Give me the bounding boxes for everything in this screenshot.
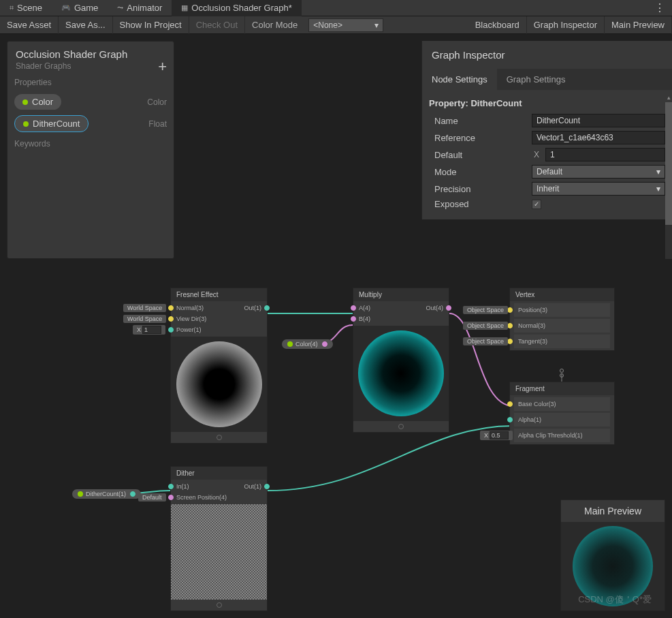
blackboard-toggle[interactable]: Blackboard xyxy=(468,16,527,34)
mode-label: Mode xyxy=(429,167,528,177)
collapse-toggle[interactable] xyxy=(398,424,404,429)
node-fresnel[interactable]: Fresnel Effect Normal(3) World Space Out… xyxy=(170,288,268,444)
collapse-toggle[interactable] xyxy=(217,435,222,440)
toolbar: Save Asset Save As... Show In Project Ch… xyxy=(0,16,672,34)
link-handle[interactable] xyxy=(559,368,564,379)
property-dithercount[interactable]: DitherCount xyxy=(14,115,89,132)
node-preview xyxy=(171,504,267,600)
node-title: Multiply xyxy=(353,288,449,301)
node-title: Dither xyxy=(171,467,267,480)
tab-animator[interactable]: ⤳Animator xyxy=(108,0,172,16)
inspector-title: Graph Inspector xyxy=(422,41,672,69)
tag-object-space[interactable]: Object Space xyxy=(463,337,508,345)
save-as-button[interactable]: Save As... xyxy=(59,16,113,34)
graph-inspector-toggle[interactable]: Graph Inspector xyxy=(527,16,605,34)
property-color[interactable]: Color xyxy=(14,94,61,110)
port-in[interactable] xyxy=(168,305,174,311)
tag-world-space[interactable]: World Space xyxy=(123,304,166,312)
property-dot-icon xyxy=(23,121,29,127)
main-preview-toggle[interactable]: Main Preview xyxy=(605,16,672,34)
property-type: Color xyxy=(147,97,167,107)
tag-default[interactable]: Default xyxy=(138,493,166,501)
blackboard-title: Occlusion Shader Graph xyxy=(16,48,165,60)
port-out[interactable] xyxy=(130,491,135,497)
name-field[interactable] xyxy=(532,114,665,127)
node-title: Fragment xyxy=(510,382,614,395)
power-x-field[interactable]: X xyxy=(133,325,165,335)
property-node-dithercount[interactable]: DitherCount(1) xyxy=(72,489,141,499)
editor-tabs: ⌗Scene 🎮Game ⤳Animator ▦Occlusion Shader… xyxy=(0,0,672,16)
exposed-label: Exposed xyxy=(429,199,528,209)
tab-game[interactable]: 🎮Game xyxy=(52,0,108,16)
exposed-checkbox[interactable]: ✓ xyxy=(532,200,541,209)
property-node-color[interactable]: Color(4) xyxy=(282,339,333,349)
reference-label: Reference xyxy=(429,133,528,143)
animator-icon: ⤳ xyxy=(117,3,123,12)
chevron-down-icon: ▾ xyxy=(656,167,660,176)
tag-object-space[interactable]: Object Space xyxy=(463,306,508,314)
property-dot-icon xyxy=(78,491,83,497)
tab-menu-icon[interactable]: ⋮ xyxy=(647,1,672,14)
main-preview-title: Main Preview xyxy=(561,500,665,522)
port-out[interactable] xyxy=(446,305,451,311)
port-in[interactable] xyxy=(507,417,513,422)
node-preview xyxy=(171,337,267,432)
properties-section: Properties xyxy=(7,74,174,91)
node-dither[interactable]: Dither In(1) Out(1) Screen Position(4) D… xyxy=(170,466,268,611)
scrollbar-thumb[interactable] xyxy=(665,102,672,225)
port-out[interactable] xyxy=(322,341,327,347)
node-title: Fresnel Effect xyxy=(171,288,267,301)
color-mode-label: Color Mode xyxy=(245,16,304,34)
port-in[interactable] xyxy=(507,323,513,328)
port-in[interactable] xyxy=(168,484,174,489)
x-label: X xyxy=(532,150,541,159)
scene-icon: ⌗ xyxy=(10,3,14,12)
node-title: Vertex xyxy=(510,288,614,301)
block-vertex[interactable]: Vertex Position(3)Object Space Normal(3)… xyxy=(509,288,615,351)
port-in[interactable] xyxy=(168,316,174,322)
default-x-field[interactable] xyxy=(545,148,665,161)
tag-object-space[interactable]: Object Space xyxy=(463,322,508,330)
property-dot-icon xyxy=(22,99,28,105)
property-header: Property: DitherCount xyxy=(429,98,665,108)
tab-node-settings[interactable]: Node Settings xyxy=(422,69,497,90)
collapse-toggle[interactable] xyxy=(217,602,222,608)
graph-canvas[interactable]: Occlusion Shader Graph Shader Graphs + P… xyxy=(0,34,672,618)
clip-x-field[interactable]: X xyxy=(480,431,513,440)
port-in[interactable] xyxy=(168,495,174,500)
inspector-scrollbar[interactable] xyxy=(665,102,672,259)
port-out[interactable] xyxy=(264,484,270,489)
save-asset-button[interactable]: Save Asset xyxy=(0,16,59,34)
tab-shader-graph[interactable]: ▦Occlusion Shader Graph* xyxy=(172,0,301,16)
tag-world-space[interactable]: World Space xyxy=(123,315,166,323)
property-type: Float xyxy=(148,119,167,129)
precision-label: Precision xyxy=(429,184,528,194)
tab-scene[interactable]: ⌗Scene xyxy=(0,0,52,16)
precision-select[interactable]: Inherit▾ xyxy=(532,182,665,196)
color-mode-select[interactable]: <None>▾ xyxy=(308,18,383,32)
game-icon: 🎮 xyxy=(61,3,71,12)
graph-inspector-panel[interactable]: Graph Inspector Node Settings Graph Sett… xyxy=(421,41,672,219)
blackboard-panel[interactable]: Occlusion Shader Graph Shader Graphs + P… xyxy=(7,41,174,259)
node-preview xyxy=(353,326,449,421)
main-preview-panel[interactable]: Main Preview xyxy=(560,499,665,611)
port-in[interactable] xyxy=(507,339,513,344)
add-property-button[interactable]: + xyxy=(158,58,167,76)
port-in[interactable] xyxy=(168,327,174,333)
keywords-section: Keywords xyxy=(7,135,174,153)
port-in[interactable] xyxy=(507,401,513,407)
tab-graph-settings[interactable]: Graph Settings xyxy=(497,69,575,90)
block-fragment[interactable]: Fragment Base Color(3) Alpha(1) Alpha Cl… xyxy=(509,382,615,445)
property-dot-icon xyxy=(287,341,293,347)
mode-select[interactable]: Default▾ xyxy=(532,165,665,179)
chevron-down-icon: ▾ xyxy=(656,184,660,194)
show-in-project-button[interactable]: Show In Project xyxy=(113,16,189,34)
port-in[interactable] xyxy=(351,305,356,311)
port-in[interactable] xyxy=(507,307,513,313)
port-out[interactable] xyxy=(264,305,270,311)
port-in[interactable] xyxy=(351,316,356,322)
reference-field[interactable] xyxy=(532,131,665,144)
node-multiply[interactable]: Multiply A(4) Out(4) B(4) xyxy=(353,288,449,433)
main-preview-view[interactable] xyxy=(561,522,665,611)
blackboard-subtitle: Shader Graphs xyxy=(16,61,165,71)
